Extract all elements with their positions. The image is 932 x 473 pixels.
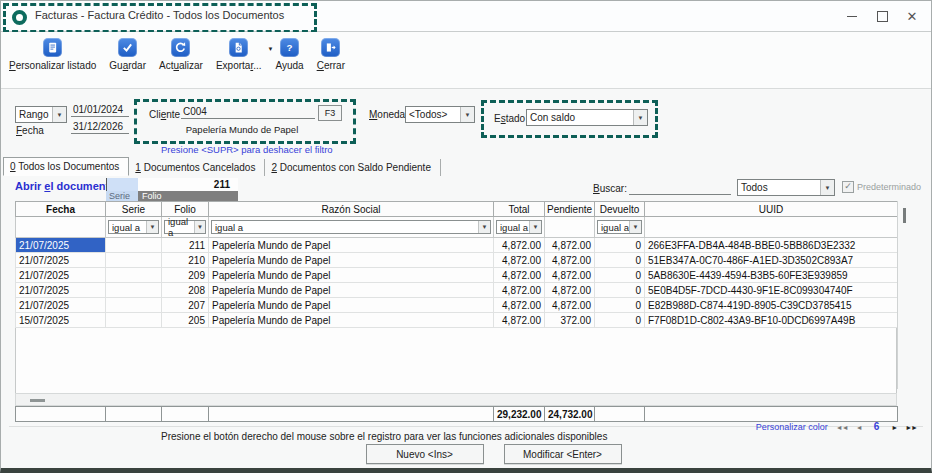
totals-row: 29,232.00 24,732.00 [15, 406, 898, 422]
chevron-down-icon[interactable] [633, 110, 647, 125]
chevron-down-icon[interactable] [529, 221, 541, 233]
horizontal-scrollbar[interactable] [15, 393, 897, 406]
chevron-down-icon[interactable] [52, 107, 66, 122]
filter-devuelto-combobox[interactable]: igual a [597, 220, 642, 234]
moneda-combobox[interactable]: <Todos> [405, 106, 475, 123]
estado-highlight-box: Estado Con saldo [481, 100, 658, 138]
totals-razon-empty [209, 407, 494, 422]
refresh-icon [171, 38, 190, 57]
table-header-row: Fecha Serie Folio Razón Social Total Pen… [16, 202, 898, 217]
open-document-label: Abrir el documento: [15, 180, 120, 192]
personalizar-color-link[interactable]: Personalizar color [756, 422, 828, 432]
serie-input[interactable] [106, 178, 138, 191]
last-record-icon[interactable] [905, 422, 917, 432]
filter-fecha-empty [16, 217, 106, 238]
predeterminado-checkbox[interactable] [842, 181, 854, 193]
chevron-down-icon[interactable] [478, 221, 490, 233]
close-window-button[interactable]: Cerrar [317, 38, 345, 71]
horizontal-scrollbar-thumb[interactable] [30, 399, 45, 402]
chevron-down-icon[interactable] [194, 221, 205, 233]
totals-pendiente: 24,732.00 [545, 407, 595, 422]
export-button[interactable]: Exportar... [216, 38, 262, 71]
estado-value: Con saldo [530, 112, 575, 123]
save-check-icon [118, 38, 137, 57]
modify-button[interactable]: Modificar <Enter> [504, 444, 622, 464]
date-to-field[interactable] [71, 121, 129, 134]
column-header-razon-social[interactable]: Razón Social [209, 202, 494, 217]
rango-value: Rango [19, 109, 48, 120]
minimize-button[interactable] [837, 2, 867, 30]
table-row[interactable]: 21/07/2025 211 Papelería Mundo de Papel … [16, 238, 898, 253]
predeterminado-label: Predeterminado [857, 182, 921, 192]
help-button[interactable]: ? Ayuda [275, 38, 303, 71]
app-window: Facturas - Factura Crédito - Todos los D… [0, 0, 932, 473]
column-header-fecha[interactable]: Fecha [16, 202, 106, 217]
moneda-value: <Todos> [409, 109, 447, 120]
filter-uuid-empty [645, 217, 898, 238]
toolbar: Personalizar listado Guardar Actualizar … [1, 32, 931, 89]
filter-razon-social-combobox[interactable]: igual a [211, 220, 491, 234]
chevron-down-icon[interactable] [146, 221, 158, 233]
save-label: Guardar [109, 60, 146, 71]
cliente-field[interactable] [181, 106, 315, 119]
maximize-button[interactable] [867, 2, 897, 30]
vertical-scrollbar[interactable] [897, 201, 911, 389]
filter-serie-combobox[interactable]: igual a [108, 220, 159, 234]
rango-combobox[interactable]: Rango [15, 106, 67, 123]
search-scope-combobox[interactable]: Todos [737, 179, 835, 196]
close-window-label: Cerrar [317, 60, 345, 71]
chevron-down-icon[interactable] [460, 107, 474, 122]
previous-record-icon[interactable] [856, 422, 862, 432]
cliente-label: Cliente [149, 109, 180, 120]
moneda-label: Moneda [369, 109, 405, 120]
cliente-highlight-box: Cliente F3 Papelería Mundo de Papel [134, 99, 356, 144]
tab-todos-los-documentos[interactable]: 0 Todos los Documentos [3, 157, 129, 176]
customize-list-button[interactable]: Personalizar listado [9, 38, 96, 71]
refresh-label: Actualizar [159, 60, 203, 71]
save-button[interactable]: Guardar [109, 38, 146, 71]
help-icon: ? [280, 38, 299, 57]
new-button[interactable]: Nuevo <Ins> [366, 444, 484, 464]
customize-list-icon [43, 38, 62, 57]
column-header-total[interactable]: Total [494, 202, 545, 217]
table-row[interactable]: 21/07/2025 209 Papelería Mundo de Papel … [16, 268, 898, 283]
totals-serie-empty [106, 407, 162, 422]
chevron-down-icon[interactable] [629, 221, 641, 233]
filter-pendiente-empty [545, 217, 595, 238]
table-row[interactable]: 15/07/2025 205 Papelería Mundo de Papel … [16, 313, 898, 328]
filter-total-combobox[interactable]: igual a [496, 220, 542, 234]
search-input[interactable] [629, 182, 731, 195]
next-record-icon[interactable] [891, 422, 897, 432]
export-dropdown-icon[interactable] [268, 44, 274, 53]
first-record-icon[interactable] [836, 422, 848, 432]
date-from-field[interactable] [71, 104, 129, 117]
tab-documentos-saldo-pendiente[interactable]: 2 Documentos con Saldo Pendiente [265, 159, 441, 176]
totals-devuelto-empty [595, 407, 645, 422]
folio-value[interactable]: 211 [138, 178, 238, 191]
refresh-button[interactable]: Actualizar [159, 38, 203, 71]
column-header-uuid[interactable]: UUID [645, 202, 898, 217]
filter-folio-combobox[interactable]: igual a [164, 220, 206, 234]
document-tabs: 0 Todos los Documentos 1 Documentos Canc… [1, 155, 931, 176]
totals-total: 29,232.00 [494, 407, 545, 422]
table-row[interactable]: 21/07/2025 208 Papelería Mundo de Papel … [16, 283, 898, 298]
vertical-scrollbar-thumb[interactable] [903, 208, 906, 223]
table-row[interactable]: 21/07/2025 210 Papelería Mundo de Papel … [16, 253, 898, 268]
table-row[interactable]: 21/07/2025 207 Papelería Mundo de Papel … [16, 298, 898, 313]
column-header-folio[interactable]: Folio [162, 202, 209, 217]
column-header-pendiente[interactable]: Pendiente [545, 202, 595, 217]
export-icon [229, 38, 248, 57]
svg-text:?: ? [287, 42, 293, 53]
tab-documentos-cancelados[interactable]: 1 Documentos Cancelados [129, 159, 265, 176]
undo-filter-hint: Presione <SUPR> para deshacer el filtro [161, 144, 333, 155]
chevron-down-icon[interactable] [820, 180, 834, 195]
exit-door-icon [321, 38, 340, 57]
record-navigator: Personalizar color 6 [756, 421, 917, 432]
cell-fecha-selected[interactable]: 21/07/2025 [16, 238, 106, 253]
close-button[interactable] [897, 2, 927, 30]
cliente-f3-button[interactable]: F3 [318, 105, 342, 121]
column-header-devuelto[interactable]: Devuelto [595, 202, 645, 217]
column-header-serie[interactable]: Serie [106, 202, 162, 217]
estado-combobox[interactable]: Con saldo [526, 109, 648, 126]
window-title: Facturas - Factura Crédito - Todos los D… [35, 9, 284, 21]
